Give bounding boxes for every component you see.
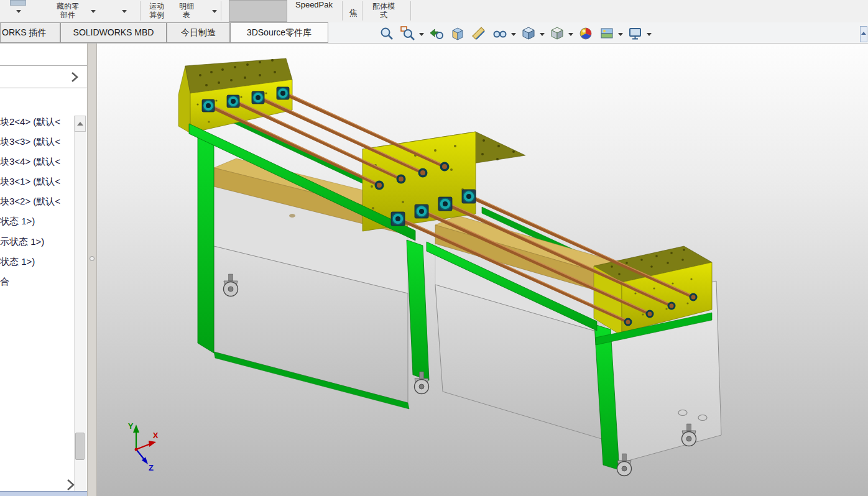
feature-manager-header <box>0 44 87 66</box>
triad-x-label: X <box>153 431 159 440</box>
feature-tree-item[interactable]: 块3<1> (默认< <box>0 172 73 191</box>
dropdown-caret[interactable] <box>122 10 127 13</box>
dropdown-caret[interactable] <box>540 33 545 36</box>
feature-tree-item[interactable]: 合 <box>0 272 73 292</box>
focus-button[interactable]: 焦 <box>346 7 361 19</box>
solidworks-window: Y X Z 藏的零 部件 运动 算例 明细 表 SpeedPak 焦 <box>0 0 868 496</box>
toolbar-separator <box>221 1 221 21</box>
tree-scrollbar[interactable] <box>74 116 86 496</box>
pressed-toolbar-button[interactable] <box>229 0 287 22</box>
feature-tree: 块2<4> (默认< 块3<3> (默认< 块3<4> (默认< 块3<1> (… <box>0 112 73 292</box>
hide-show-items-icon[interactable] <box>491 25 509 43</box>
splitter-grip[interactable] <box>90 256 95 261</box>
dropdown-caret[interactable] <box>618 33 623 36</box>
tab-solidworks-mbd[interactable]: SOLIDWORKS MBD <box>60 22 167 43</box>
previous-view-icon[interactable] <box>428 25 445 43</box>
bom-table-label-line2: 表 <box>175 11 198 19</box>
scroll-up-button[interactable] <box>75 116 86 132</box>
zoom-area-icon[interactable] <box>399 25 417 43</box>
triad-z-label: Z <box>149 463 154 472</box>
toolbar-separator <box>410 1 411 21</box>
dropdown-caret[interactable] <box>568 33 573 36</box>
feature-tree-item[interactable]: 块3<4> (默认< <box>0 152 73 172</box>
zoom-fit-icon[interactable] <box>378 25 395 43</box>
hidden-components-button[interactable]: 藏的零 部件 <box>52 2 83 19</box>
dropdown-caret[interactable] <box>511 33 516 36</box>
feature-tree-item[interactable]: 示状态 1>) <box>0 232 73 252</box>
tree-horizontal-scrollbar[interactable] <box>0 491 87 496</box>
toolbar-icon-fragment <box>10 0 26 6</box>
3d-viewport[interactable]: Y X Z <box>97 44 868 496</box>
motion-study-label-line1: 运动 <box>144 2 169 11</box>
tab-solidworks-addins[interactable]: ORKS 插件 <box>0 22 60 43</box>
hidden-components-label-line2: 部件 <box>52 11 83 19</box>
view-settings-icon[interactable] <box>627 25 644 43</box>
feature-tree-item[interactable]: 块3<2> (默认< <box>0 191 73 211</box>
speedpak-button[interactable]: SpeedPak <box>288 0 340 9</box>
hidden-components-label-line1: 藏的零 <box>52 2 83 11</box>
toolbar-separator <box>342 1 343 21</box>
dropdown-caret[interactable] <box>16 10 21 13</box>
feature-tree-item[interactable]: 块2<4> (默认< <box>0 112 73 132</box>
panel-splitter[interactable] <box>87 44 97 496</box>
edit-appearance-icon[interactable] <box>577 25 594 43</box>
bom-table-label-line1: 明细 <box>175 2 198 11</box>
feature-manager-panel: 块2<4> (默认< 块3<3> (默认< 块3<4> (默认< 块3<1> (… <box>0 44 87 496</box>
section-view-icon[interactable] <box>449 25 466 43</box>
command-manager-bar: 藏的零 部件 运动 算例 明细 表 SpeedPak 焦 配体模 式 <box>0 0 868 23</box>
toolbar-separator <box>362 1 362 21</box>
model-canvas: Y X Z <box>97 44 868 496</box>
view-orientation-icon[interactable] <box>520 25 537 43</box>
dropdown-caret[interactable] <box>647 33 652 36</box>
measure-icon[interactable] <box>470 25 487 43</box>
toolbar-separator <box>140 1 141 21</box>
display-style-icon[interactable] <box>548 25 566 43</box>
panel-bottom-chevron-icon[interactable] <box>65 477 76 492</box>
dropdown-caret[interactable] <box>212 10 217 13</box>
feature-tree-item[interactable]: 状态 1>) <box>0 211 73 231</box>
orientation-triad: Y X Z <box>128 421 159 472</box>
bom-table-button[interactable]: 明细 表 <box>175 2 198 19</box>
tab-today-manufacturing[interactable]: 今日制造 <box>167 22 230 43</box>
motion-study-label-line2: 算例 <box>144 11 169 19</box>
mate-mode-label-line1: 配体模 <box>366 2 402 11</box>
tab-3dsource-library[interactable]: 3DSource零件库 <box>230 22 328 43</box>
dropdown-caret[interactable] <box>91 10 96 13</box>
scrollbar-thumb[interactable] <box>75 433 85 460</box>
panel-expand-chevron-icon[interactable] <box>70 71 80 83</box>
dropdown-caret[interactable] <box>419 33 424 36</box>
mate-mode-label-line2: 式 <box>366 11 402 19</box>
motion-study-button[interactable]: 运动 算例 <box>144 2 169 19</box>
mate-mode-button[interactable]: 配体模 式 <box>366 2 402 19</box>
triad-y-label: Y <box>128 421 134 431</box>
feature-tree-item[interactable]: 状态 1>) <box>0 252 73 272</box>
apply-scene-icon[interactable] <box>598 25 616 43</box>
viewport-scroll-up-button[interactable] <box>860 26 867 42</box>
feature-tree-item[interactable]: 块3<3> (默认< <box>0 132 73 152</box>
feature-manager-subheader <box>0 66 87 88</box>
heads-up-view-toolbar <box>378 25 652 44</box>
